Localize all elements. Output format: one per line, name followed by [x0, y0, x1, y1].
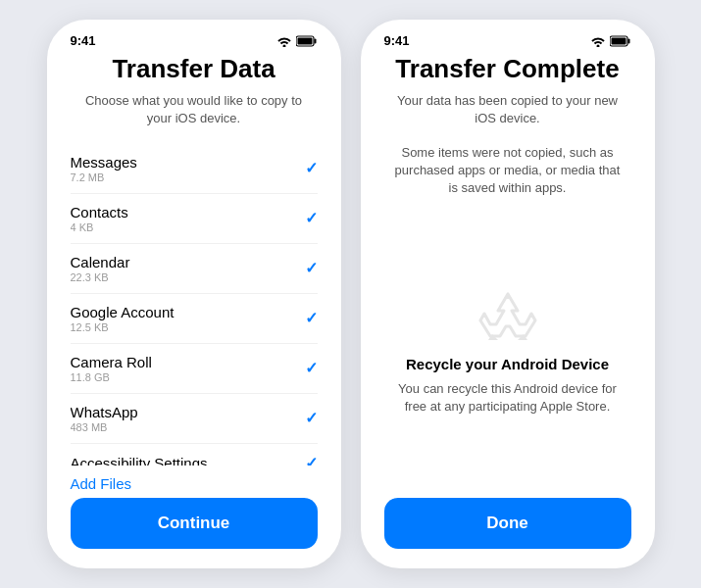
phone-left: 9:41 Transfer Data Choose what you would…: [47, 20, 341, 568]
item-size: 12.5 KB: [71, 321, 175, 333]
phone-left-content: Transfer Data Choose what you would like…: [47, 54, 341, 568]
item-name: Messages: [71, 154, 137, 171]
item-name: Calendar: [71, 254, 130, 270]
add-files-link[interactable]: Add Files: [71, 475, 318, 492]
status-icons-right: [590, 35, 631, 47]
item-info: Messages 7.2 MB: [71, 154, 137, 183]
phone-right: 9:41 Transfer Complete Your data has bee…: [361, 20, 655, 568]
item-info: Google Account 12.5 KB: [71, 304, 175, 333]
right-note: Some items were not copied, such as purc…: [384, 144, 631, 198]
recycle-icon: [478, 289, 537, 348]
check-icon: ✓: [305, 454, 318, 466]
phones-container: 9:41 Transfer Data Choose what you would…: [27, 0, 675, 588]
svg-rect-4: [627, 38, 629, 43]
wifi-icon-right: [590, 35, 606, 47]
battery-icon-left: [296, 35, 318, 47]
svg-rect-5: [611, 37, 626, 44]
item-size: 483 MB: [71, 421, 138, 433]
wifi-icon-left: [276, 35, 292, 47]
list-item[interactable]: Contacts 4 KB ✓: [71, 194, 318, 244]
list-item[interactable]: Calendar 22.3 KB ✓: [71, 244, 318, 294]
status-icons-left: [276, 35, 318, 47]
check-icon: ✓: [305, 159, 318, 177]
list-item[interactable]: Camera Roll 11.8 GB ✓: [71, 344, 318, 394]
right-title: Transfer Complete: [384, 54, 631, 84]
check-icon: ✓: [305, 209, 318, 227]
time-left: 9:41: [71, 33, 96, 48]
phone-right-content: Transfer Complete Your data has been cop…: [361, 54, 655, 568]
time-right: 9:41: [384, 33, 410, 48]
item-name: Camera Roll: [71, 354, 152, 370]
check-icon: ✓: [305, 359, 318, 377]
continue-button[interactable]: Continue: [71, 498, 318, 549]
list-item[interactable]: Messages 7.2 MB ✓: [71, 144, 318, 194]
recycle-desc: You can recycle this Android device for …: [384, 380, 631, 416]
list-item[interactable]: Google Account 12.5 KB ✓: [71, 294, 318, 344]
item-size: 4 KB: [71, 221, 128, 233]
item-info: Camera Roll 11.8 GB: [71, 354, 152, 383]
done-button[interactable]: Done: [384, 498, 631, 549]
check-icon: ✓: [305, 409, 318, 427]
left-subtitle: Choose what you would like to copy to yo…: [71, 92, 318, 127]
recycle-section: Recycle your Android Device You can recy…: [384, 207, 631, 498]
item-info: Calendar 22.3 KB: [71, 254, 130, 283]
check-icon: ✓: [305, 309, 318, 327]
item-info: Accessibility Settings: [71, 455, 208, 466]
item-size: 22.3 KB: [71, 271, 130, 283]
svg-rect-1: [314, 38, 316, 43]
item-name: Accessibility Settings: [71, 455, 208, 466]
list-item[interactable]: Accessibility Settings ✓: [71, 444, 318, 466]
recycle-title: Recycle your Android Device: [406, 356, 609, 372]
item-size: 7.2 MB: [71, 172, 137, 183]
status-bar-left: 9:41: [47, 20, 341, 54]
check-icon: ✓: [305, 259, 318, 277]
svg-rect-2: [297, 37, 312, 44]
item-name: Contacts: [71, 204, 128, 220]
item-name: Google Account: [71, 304, 175, 320]
items-list: Messages 7.2 MB ✓ Contacts 4 KB ✓ Calend…: [71, 144, 318, 466]
item-info: Contacts 4 KB: [71, 204, 128, 233]
item-info: WhatsApp 483 MB: [71, 404, 138, 433]
list-item[interactable]: WhatsApp 483 MB ✓: [71, 394, 318, 444]
status-bar-right: 9:41: [361, 20, 655, 54]
battery-icon-right: [610, 35, 631, 47]
item-size: 11.8 GB: [71, 371, 152, 383]
left-title: Transfer Data: [71, 54, 318, 84]
item-name: WhatsApp: [71, 404, 138, 420]
right-subtitle: Your data has been copied to your new iO…: [384, 92, 631, 127]
